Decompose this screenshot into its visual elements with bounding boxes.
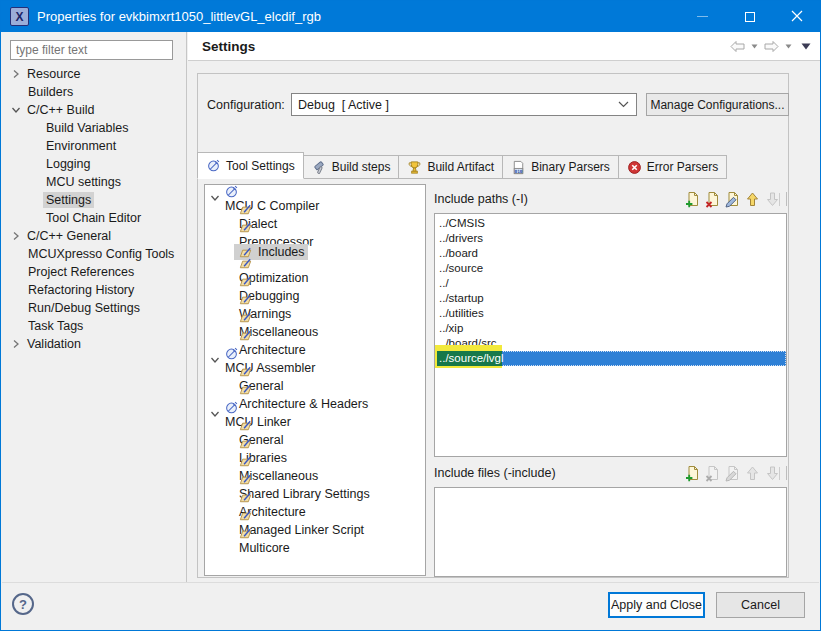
include-files-list[interactable] <box>434 487 787 577</box>
chevron-right-icon[interactable] <box>10 69 21 80</box>
sidebar-item-label: Validation <box>24 336 84 352</box>
back-menu-icon[interactable] <box>751 44 758 49</box>
filter-input[interactable] <box>10 40 173 60</box>
sidebar-item-environment[interactable]: Environment <box>2 137 186 155</box>
sidebar-item-label: Settings <box>43 192 94 208</box>
category-icon <box>238 274 253 289</box>
chevron-right-icon[interactable] <box>10 231 21 242</box>
sidebar-item-label: MCUXpresso Config Tools <box>25 246 177 262</box>
category-icon <box>238 256 253 271</box>
include-path-row[interactable]: ../utilities <box>435 306 786 321</box>
sidebar-item-build-variables[interactable]: Build Variables <box>2 119 186 137</box>
include-files-title: Include files (-include) <box>434 466 556 480</box>
delete-icon[interactable] <box>704 191 721 208</box>
move-up-icon[interactable] <box>744 191 761 208</box>
sidebar-item-mcuxpresso-config-tools[interactable]: MCUXpresso Config Tools <box>2 245 186 263</box>
toolbar-separator <box>786 192 787 206</box>
include-paths-header: Include paths (-I) <box>434 188 787 210</box>
tab-label: Binary Parsers <box>531 160 610 174</box>
add-icon[interactable] <box>684 191 701 208</box>
sidebar-item-project-references[interactable]: Project References <box>2 263 186 281</box>
cancel-button[interactable]: Cancel <box>716 592 805 618</box>
sidebar-item-c-c-general[interactable]: C/C++ General <box>2 227 186 245</box>
sidebar-item-c-c-build[interactable]: C/C++ Build <box>2 101 186 119</box>
include-path-row[interactable]: ../drivers <box>435 231 786 246</box>
help-button[interactable]: ? <box>12 593 34 615</box>
move-down-icon <box>764 465 781 482</box>
include-path-text: ../drivers <box>439 232 483 244</box>
tool-tree-item-preprocessor[interactable]: Preprocessor <box>205 225 425 243</box>
sidebar-item-run-debug-settings[interactable]: Run/Debug Settings <box>2 299 186 317</box>
minimize-button[interactable] <box>679 1 726 32</box>
svg-text:010: 010 <box>515 168 523 173</box>
sidebar-item-label: Tool Chain Editor <box>43 210 144 226</box>
apply-and-close-button[interactable]: Apply and Close <box>608 592 705 618</box>
chevron-down-icon[interactable] <box>209 193 220 204</box>
chevron-down-icon[interactable] <box>209 355 220 366</box>
app-icon: X <box>10 7 29 26</box>
tab-label: Tool Settings <box>226 159 295 173</box>
tab-tool-settings[interactable]: Tool Settings <box>197 152 304 179</box>
sidebar: ResourceBuildersC/C++ BuildBuild Variabl… <box>2 32 187 582</box>
include-files-toolbar <box>684 465 787 482</box>
tool-icon <box>224 400 239 415</box>
move-down-icon <box>764 191 781 208</box>
include-path-text: ../utilities <box>439 307 484 319</box>
include-path-row[interactable]: ../board <box>435 246 786 261</box>
tab-binary-parsers[interactable]: 010Binary Parsers <box>502 155 619 179</box>
sidebar-item-task-tags[interactable]: Task Tags <box>2 317 186 335</box>
footer: ? Apply and Close Cancel <box>2 582 819 629</box>
error-icon <box>627 160 642 175</box>
sidebar-item-label: Environment <box>43 138 119 154</box>
tool-icon <box>224 184 239 199</box>
tab-bar: Tool SettingsBuild stepsBuild Artifact01… <box>197 152 789 179</box>
category-icon <box>238 526 253 541</box>
back-icon[interactable] <box>729 40 746 53</box>
view-menu-icon[interactable] <box>801 43 811 50</box>
sidebar-item-logging[interactable]: Logging <box>2 155 186 173</box>
maximize-button[interactable] <box>726 1 773 32</box>
sidebar-item-label: C/C++ Build <box>24 102 97 118</box>
sidebar-item-label: Task Tags <box>25 318 86 334</box>
tab-build-artifact[interactable]: Build Artifact <box>398 155 503 179</box>
sidebar-item-settings[interactable]: Settings <box>2 191 186 209</box>
forward-icon[interactable] <box>763 40 780 53</box>
sidebar-item-builders[interactable]: Builders <box>2 83 186 101</box>
configuration-label: Configuration: <box>207 98 285 112</box>
sidebar-item-label: MCU settings <box>43 174 124 190</box>
minimize-icon <box>697 16 708 17</box>
tab-label: Error Parsers <box>647 160 718 174</box>
chevron-down-icon[interactable] <box>10 105 21 116</box>
edit-icon[interactable] <box>724 191 741 208</box>
tab-label: Build Artifact <box>427 160 494 174</box>
tab-error-parsers[interactable]: Error Parsers <box>618 155 727 179</box>
include-paths-list[interactable]: ../CMSIS../drivers../board../source../..… <box>434 213 787 457</box>
sidebar-item-refactoring-history[interactable]: Refactoring History <box>2 281 186 299</box>
binary-icon: 010 <box>511 160 526 175</box>
sidebar-item-mcu-settings[interactable]: MCU settings <box>2 173 186 191</box>
properties-dialog: X Properties for evkbimxrt1050_littlevGL… <box>0 0 821 631</box>
close-button[interactable] <box>773 1 820 32</box>
sidebar-item-resource[interactable]: Resource <box>2 65 186 83</box>
add-icon[interactable] <box>684 465 701 482</box>
sidebar-item-validation[interactable]: Validation <box>2 335 186 353</box>
chevron-right-icon[interactable] <box>10 339 21 350</box>
include-path-row[interactable]: ../board/src <box>435 336 786 351</box>
chevron-down-icon[interactable] <box>209 409 220 420</box>
include-path-row[interactable]: ../startup <box>435 291 786 306</box>
panel-header: Settings <box>188 32 821 61</box>
category-icon <box>238 490 253 505</box>
tab-build-steps[interactable]: Build steps <box>303 155 400 179</box>
titlebar[interactable]: X Properties for evkbimxrt1050_littlevGL… <box>1 1 820 32</box>
category-icon <box>238 508 253 523</box>
include-path-row[interactable]: ../xip <box>435 321 786 336</box>
manage-configurations-button[interactable]: Manage Configurations... <box>646 93 789 116</box>
category-icon <box>238 382 253 397</box>
configuration-select[interactable]: Debug [ Active ] <box>291 93 637 116</box>
include-path-row[interactable]: ../source/lvgl <box>435 351 786 366</box>
sidebar-item-tool-chain-editor[interactable]: Tool Chain Editor <box>2 209 186 227</box>
forward-menu-icon[interactable] <box>785 44 792 49</box>
include-path-row[interactable]: ../ <box>435 276 786 291</box>
include-path-row[interactable]: ../CMSIS <box>435 216 786 231</box>
include-path-row[interactable]: ../source <box>435 261 786 276</box>
